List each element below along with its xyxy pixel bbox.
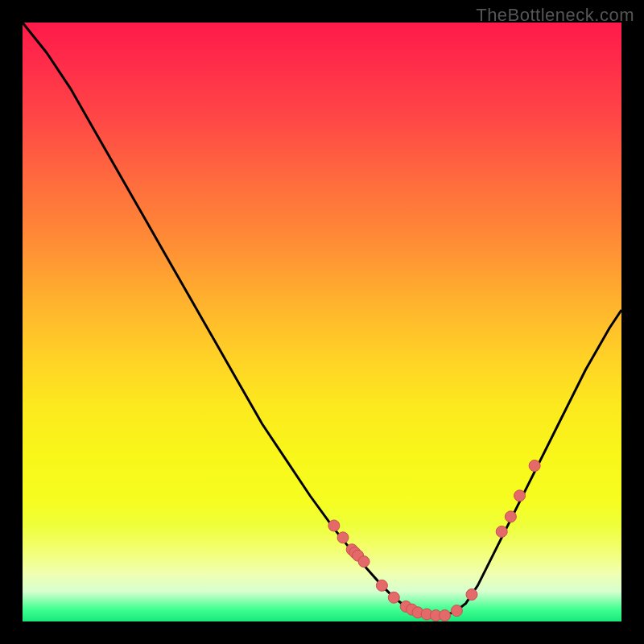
curve-line bbox=[23, 23, 621, 616]
data-marker bbox=[496, 526, 507, 537]
data-marker bbox=[529, 460, 540, 472]
data-marker bbox=[466, 589, 477, 601]
data-marker bbox=[358, 556, 369, 568]
data-marker bbox=[440, 610, 451, 621]
data-marker bbox=[328, 520, 340, 531]
data-marker bbox=[451, 605, 462, 617]
data-markers bbox=[328, 460, 540, 621]
data-marker bbox=[388, 592, 399, 603]
data-marker bbox=[514, 490, 526, 502]
data-marker bbox=[505, 511, 516, 522]
bottleneck-curve-chart bbox=[23, 23, 621, 621]
data-marker bbox=[337, 532, 349, 543]
data-marker bbox=[376, 580, 387, 591]
